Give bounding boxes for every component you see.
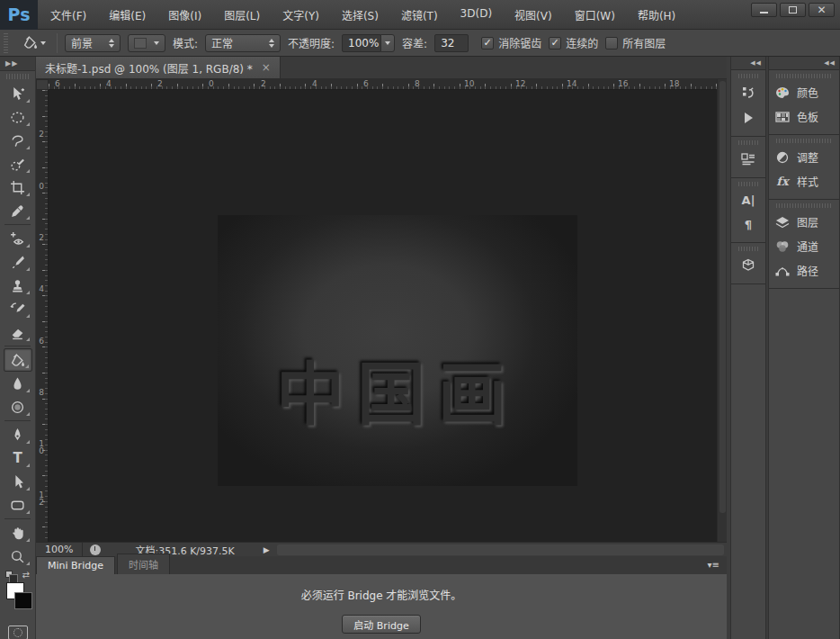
antialias-checkbox[interactable]: ✓ <box>481 37 494 50</box>
quick-selection-tool[interactable] <box>4 152 32 176</box>
antialias-option[interactable]: ✓ 消除锯齿 <box>481 35 541 50</box>
menu-view[interactable]: 视图(V) <box>514 7 552 22</box>
type-tool[interactable]: T <box>4 446 32 470</box>
opacity-dropdown-button[interactable] <box>380 34 395 52</box>
styles-panel-button[interactable]: fx 样式 <box>769 169 839 194</box>
panel-grip[interactable] <box>738 182 758 186</box>
collapse-panels-button[interactable]: ◀◀ <box>769 57 839 70</box>
default-colors-icon[interactable] <box>5 571 13 578</box>
panel-menu-icon[interactable]: ▾≡ <box>708 560 719 570</box>
menu-select[interactable]: 选择(S) <box>342 7 379 22</box>
launch-bridge-button[interactable]: 启动 Bridge <box>342 615 421 634</box>
close-icon: ✕ <box>817 5 826 14</box>
scrollbar-thumb[interactable] <box>719 81 726 513</box>
status-menu-arrow-icon[interactable]: ▶ <box>264 545 270 554</box>
ruler-label: 0 <box>209 79 214 88</box>
tab-mini-bridge[interactable]: Mini Bridge <box>36 556 115 574</box>
rounded-rectangle-tool[interactable] <box>4 493 32 517</box>
menu-layer[interactable]: 图层(L) <box>224 7 260 22</box>
paths-panel-button[interactable]: 路径 <box>769 258 839 283</box>
panel-grip[interactable] <box>776 203 832 208</box>
eyedropper-tool[interactable] <box>4 199 32 222</box>
color-swatches <box>0 580 35 618</box>
panel-grip[interactable] <box>776 139 832 143</box>
menu-window[interactable]: 窗口(W) <box>575 7 615 22</box>
paragraph-panel-button[interactable]: ¶ <box>731 212 765 237</box>
actions-panel-button[interactable] <box>731 105 765 130</box>
menu-filter[interactable]: 滤镜(T) <box>401 7 438 22</box>
channels-panel-button[interactable]: 通道 <box>769 234 839 258</box>
canvas-image[interactable]: 中国画 <box>218 215 577 486</box>
document-tab[interactable]: 未标题-1.psd @ 100% (图层 1, RGB/8) * × <box>36 57 281 78</box>
hand-tool[interactable] <box>4 521 32 544</box>
swatches-panel-button[interactable]: 色板 <box>769 104 839 129</box>
layers-panel-button[interactable]: 图层 <box>769 210 839 234</box>
healing-brush-tool[interactable] <box>4 227 32 250</box>
clock-icon[interactable] <box>90 544 101 555</box>
document-window: 未标题-1.psd @ 100% (图层 1, RGB/8) * × 6 4 2… <box>36 57 727 556</box>
zoom-tool[interactable] <box>4 544 32 568</box>
menu-3d[interactable]: 3D(D) <box>460 7 492 22</box>
maximize-button[interactable] <box>780 3 806 17</box>
move-tool[interactable] <box>4 82 32 105</box>
adjustments-panel-button[interactable]: 调整 <box>769 145 839 169</box>
menu-type[interactable]: 文字(Y) <box>282 7 319 22</box>
color-panel-button[interactable]: 颜色 <box>769 80 839 104</box>
tools-panel-header[interactable]: ▶▶ <box>0 57 35 71</box>
tab-timeline[interactable]: 时间轴 <box>117 554 170 574</box>
path-selection-tool[interactable] <box>4 470 32 493</box>
mode-select[interactable]: 正常 <box>205 34 281 52</box>
contiguous-option[interactable]: ✓ 连续的 <box>549 35 598 50</box>
lasso-tool[interactable] <box>4 129 32 152</box>
brush-tool[interactable] <box>4 250 32 274</box>
panel-group <box>731 74 765 137</box>
options-bar-grip[interactable] <box>4 33 8 53</box>
vertical-scrollbar[interactable] <box>717 79 727 542</box>
history-brush-tool[interactable] <box>4 297 32 320</box>
all-layers-checkbox[interactable] <box>605 37 618 50</box>
paint-bucket-tool[interactable] <box>4 348 32 372</box>
3d-panel-button[interactable] <box>731 253 765 278</box>
photoshop-logo: Ps <box>0 0 38 30</box>
ruler-corner[interactable] <box>36 79 49 90</box>
menu-help[interactable]: 帮助(H) <box>638 7 675 22</box>
contiguous-checkbox[interactable]: ✓ <box>549 37 561 50</box>
vertical-ruler[interactable]: 2 0 2 4 6 8 10 12 <box>36 90 49 542</box>
panel-group: A| ¶ <box>731 182 765 243</box>
active-tool-preset[interactable] <box>19 33 49 52</box>
blur-tool[interactable] <box>4 372 32 395</box>
tolerance-input[interactable]: 32 <box>434 34 469 52</box>
swap-colors-icon[interactable]: ⇄ <box>22 570 30 580</box>
dodge-tool[interactable] <box>4 395 32 418</box>
horizontal-scrollbar[interactable] <box>277 544 724 555</box>
background-color-swatch[interactable] <box>14 592 32 609</box>
menu-file[interactable]: 文件(F) <box>50 7 86 22</box>
clone-stamp-tool[interactable] <box>4 274 32 297</box>
minimize-button[interactable] <box>751 3 777 17</box>
all-layers-option[interactable]: 所有图层 <box>605 35 666 50</box>
tab-close-icon[interactable]: × <box>262 61 271 74</box>
menu-image[interactable]: 图像(I) <box>168 7 201 22</box>
collapse-panels-button[interactable]: ◀◀ <box>731 57 765 70</box>
panel-grip[interactable] <box>776 74 832 78</box>
tools-panel-grip[interactable] <box>6 74 29 79</box>
panel-grip[interactable] <box>738 140 758 145</box>
fill-source-select[interactable]: 前景 <box>65 34 121 52</box>
properties-panel-button[interactable] <box>731 147 765 172</box>
opacity-input[interactable]: 100% <box>342 34 381 52</box>
panel-grip[interactable] <box>738 74 758 78</box>
panel-grip[interactable] <box>738 247 758 251</box>
horizontal-ruler[interactable]: 6 4 2 0 2 4 6 8 10 12 14 16 18 <box>49 79 717 90</box>
canvas-pasteboard[interactable]: 中国画 <box>49 90 717 542</box>
quick-mask-button[interactable] <box>8 626 28 639</box>
crop-tool[interactable] <box>4 176 32 199</box>
history-panel-button[interactable] <box>731 80 765 105</box>
pattern-swatch-select[interactable] <box>128 34 165 52</box>
character-panel-button[interactable]: A| <box>731 188 765 212</box>
close-button[interactable]: ✕ <box>809 3 835 17</box>
zoom-level-field[interactable]: 100% <box>36 544 82 555</box>
eraser-tool[interactable] <box>4 320 32 344</box>
menu-edit[interactable]: 编辑(E) <box>109 7 146 22</box>
pen-tool[interactable] <box>4 423 32 446</box>
marquee-tool[interactable] <box>4 105 32 129</box>
